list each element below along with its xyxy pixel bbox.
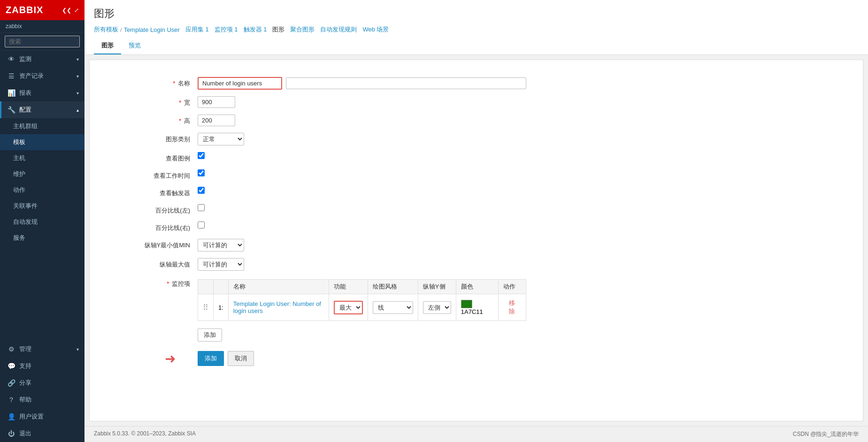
triggers-control: [198, 187, 526, 194]
breadcrumb-app[interactable]: 应用集 1: [185, 25, 209, 34]
col-color: 颜色: [456, 280, 498, 294]
cancel-button[interactable]: 取消: [228, 351, 254, 366]
monitor-table: 名称 功能 绘图风格 纵轴Y侧 颜色 动作 ⠿: [198, 279, 526, 321]
monitor-items-row: * 监控项 名称 功能 绘图风格 纵轴Y侧: [104, 277, 526, 342]
sidebar-item-host-group[interactable]: 主机群组: [0, 118, 84, 134]
sidebar-item-help[interactable]: ? 帮助: [0, 391, 84, 408]
percentile-left-row: 百分比线(左): [104, 204, 526, 215]
sidebar: ZABBIX ❮❮ ⤢ zabbix 👁 监测 ▾ ☰ 资产记录 ▾ 📊 报表 …: [0, 0, 84, 442]
height-control: [198, 114, 526, 126]
sidebar-item-template[interactable]: 模板: [0, 134, 84, 150]
sidebar-item-logout[interactable]: ⏻ 退出: [0, 425, 84, 442]
breadcrumb: 所有模板 / Template Login User 应用集 1 监控项 1 触…: [94, 25, 859, 34]
y-min-row: 纵轴Y最小值MIN 可计算的 固定值 来自监控项: [104, 239, 526, 251]
sidebar-item-host[interactable]: 主机: [0, 150, 84, 166]
chevron-down-icon: ▾: [77, 57, 79, 62]
legend-control: [198, 152, 526, 159]
sidebar-item-action[interactable]: 动作: [0, 182, 84, 198]
sidebar-item-label: 退出: [19, 429, 31, 438]
sidebar-sub-label: 关联事件: [13, 202, 38, 210]
height-input[interactable]: [198, 114, 235, 126]
chevron-up-icon: ▴: [77, 107, 79, 113]
breadcrumb-autodiscover[interactable]: 自动发现规则: [320, 25, 357, 34]
sidebar-sub-label: 服务: [13, 234, 25, 242]
add-item-button[interactable]: 添加: [198, 328, 222, 342]
sidebar-item-admin[interactable]: ⚙ 管理 ▾: [0, 341, 84, 358]
search-input[interactable]: [5, 36, 80, 47]
sidebar-item-share[interactable]: 🔗 分享: [0, 374, 84, 391]
sidebar-sub-label: 动作: [13, 186, 25, 194]
sidebar-item-corr-event[interactable]: 关联事件: [0, 198, 84, 214]
y-max-label: 纵轴最大值: [104, 258, 198, 269]
col-function: 功能: [329, 280, 368, 294]
sidebar-item-maintenance[interactable]: 维护: [0, 166, 84, 182]
percentile-left-checkbox[interactable]: [198, 204, 205, 211]
sidebar-item-service[interactable]: 服务: [0, 230, 84, 246]
color-swatch[interactable]: [461, 300, 472, 308]
breadcrumb-all-templates[interactable]: 所有模板: [94, 25, 118, 34]
worktime-label: 查看工作时间: [104, 169, 198, 180]
percentile-left-label: 百分比线(左): [104, 204, 198, 215]
item-function-cell: 最大 最小 平均 所有: [329, 294, 368, 321]
tab-preview[interactable]: 预览: [121, 38, 148, 54]
item-name-link[interactable]: Template Login User: Number of login use…: [233, 300, 321, 314]
form: * 名称 * 宽 *: [104, 69, 526, 373]
config-icon: 🔧: [7, 106, 15, 114]
sidebar-sub-label: 主机群组: [13, 122, 38, 130]
percentile-right-row: 百分比线(右): [104, 221, 526, 232]
worktime-checkbox[interactable]: [198, 169, 205, 176]
breadcrumb-web[interactable]: Web 场景: [362, 25, 389, 34]
type-select[interactable]: 正常 堆叠 饼图 分离型饼图: [198, 133, 244, 145]
breadcrumb-trigger[interactable]: 触发器 1: [244, 25, 267, 34]
percentile-left-control: [198, 204, 526, 211]
col-num: [214, 280, 229, 294]
sidebar-item-assets[interactable]: ☰ 资产记录 ▾: [0, 68, 84, 84]
collapse-icon[interactable]: ❮❮: [62, 7, 71, 14]
y-max-control: 可计算的 固定值 来自监控项: [198, 258, 526, 271]
y-axis-select[interactable]: 左側 右側: [423, 301, 451, 314]
drag-handle-icon[interactable]: ⠿: [203, 304, 208, 312]
width-input[interactable]: [198, 96, 235, 108]
reports-icon: 📊: [7, 89, 15, 97]
name-input[interactable]: [198, 77, 282, 90]
sidebar-item-user-settings[interactable]: 👤 用户设置: [0, 408, 84, 425]
sidebar-item-monitor[interactable]: 👁 监测 ▾: [0, 51, 84, 68]
color-value[interactable]: 1A7C11: [461, 308, 483, 315]
tab-graph[interactable]: 图形: [94, 38, 121, 54]
sidebar-item-label: 管理: [19, 345, 31, 353]
sidebar-item-config[interactable]: 🔧 配置 ▴: [0, 101, 84, 118]
name-extra-input[interactable]: [286, 77, 526, 89]
draw-style-select[interactable]: 线 填充区域 粗线 点线 虚线 阶梯线: [373, 301, 413, 314]
sidebar-item-support[interactable]: 💬 支持: [0, 358, 84, 374]
sidebar-item-label: 支持: [19, 362, 31, 370]
percentile-right-checkbox[interactable]: [198, 221, 205, 229]
y-min-select[interactable]: 可计算的 固定值 来自监控项: [198, 239, 244, 251]
remove-button[interactable]: 移除: [503, 297, 521, 318]
page-title: 图形: [94, 7, 859, 21]
sidebar-item-label: 分享: [19, 379, 31, 387]
monitor-icon: 👁: [7, 55, 15, 63]
y-min-label: 纵轴Y最小值MIN: [104, 239, 198, 250]
sidebar-item-label: 帮助: [19, 396, 31, 404]
content-area: * 名称 * 宽 *: [89, 60, 863, 421]
submit-button[interactable]: 添加: [198, 351, 224, 366]
breadcrumb-monitor[interactable]: 监控项 1: [215, 25, 238, 34]
triggers-label: 查看触发器: [104, 187, 198, 198]
search-area: [0, 33, 84, 51]
breadcrumb-graph: 图形: [272, 25, 284, 34]
sidebar-item-reports[interactable]: 📊 报表 ▾: [0, 84, 84, 101]
width-control: [198, 96, 526, 108]
type-control: 正常 堆叠 饼图 分离型饼图: [198, 133, 526, 145]
triggers-checkbox[interactable]: [198, 187, 205, 194]
height-label: * 高: [104, 114, 198, 125]
breadcrumb-template-login-user[interactable]: Template Login User: [124, 26, 180, 33]
height-row: * 高: [104, 114, 526, 126]
sidebar-item-auto-discover[interactable]: 自动发现: [0, 214, 84, 230]
breadcrumb-agg[interactable]: 聚合图形: [290, 25, 315, 34]
fullscreen-icon[interactable]: ⤢: [74, 7, 79, 14]
drag-handle-cell: ⠿: [198, 294, 214, 321]
legend-checkbox[interactable]: [198, 152, 205, 159]
function-select[interactable]: 最大 最小 平均 所有: [334, 301, 363, 314]
y-max-select[interactable]: 可计算的 固定值 来自监控项: [198, 258, 244, 271]
sidebar-item-label: 报表: [19, 89, 31, 97]
